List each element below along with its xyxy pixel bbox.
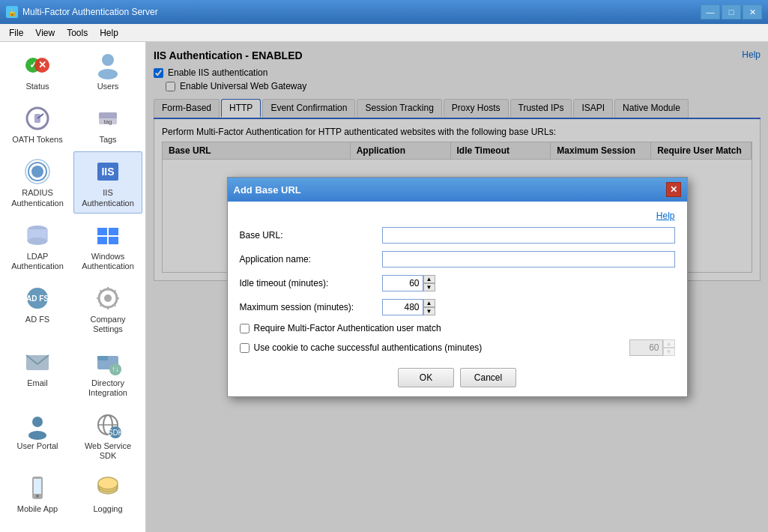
sidebar-item-email-label: Email [27, 378, 48, 388]
sidebar-item-company-settings[interactable]: Company Settings [73, 278, 142, 339]
minimize-button[interactable]: — [701, 4, 720, 19]
sidebar-item-oath-tokens[interactable]: OATH Tokens [3, 98, 72, 150]
max-session-input[interactable] [382, 299, 423, 315]
svg-rect-41 [34, 479, 41, 494]
sidebar-item-web-service-sdk[interactable]: SDK Web Service SDK [73, 405, 142, 466]
svg-text:✕: ✕ [38, 59, 46, 70]
sidebar-item-adfs[interactable]: AD FS AD FS [3, 278, 72, 339]
svg-text:↑↓: ↑↓ [112, 365, 119, 373]
svg-point-4 [102, 54, 114, 66]
sidebar-item-adfs-label: AD FS [25, 315, 49, 324]
dialog-buttons: OK Cancel [240, 368, 675, 387]
svg-point-27 [104, 294, 112, 302]
sidebar: ✓ ✕ Status Users [0, 42, 146, 532]
sidebar-item-iis-label: IIS Authentication [77, 188, 139, 208]
iis-icon: IIS [93, 157, 123, 187]
idle-timeout-label: Idle timeout (minutes): [240, 278, 382, 288]
sidebar-item-email[interactable]: Email [3, 342, 72, 403]
sidebar-item-windows-auth[interactable]: Windows Authentication [73, 215, 142, 276]
max-session-down[interactable]: ▼ [423, 307, 435, 315]
svg-point-19 [28, 238, 47, 245]
svg-rect-23 [109, 237, 118, 244]
max-session-up[interactable]: ▲ [423, 299, 435, 307]
sidebar-item-windows-label: Windows Authentication [77, 252, 139, 271]
svg-rect-22 [97, 237, 107, 244]
app-name-label: Application name: [240, 254, 382, 265]
svg-rect-20 [97, 228, 107, 235]
sidebar-item-radius-label: RADIUS Authentication [7, 188, 68, 208]
maximize-button[interactable]: □ [722, 4, 741, 19]
webservice-icon: SDK [93, 410, 123, 440]
sidebar-item-status-label: Status [25, 82, 49, 91]
svg-point-34 [28, 431, 46, 440]
content-area: IIS Authentication - ENABLED Help Enable… [146, 42, 768, 532]
svg-point-33 [32, 417, 43, 427]
svg-rect-30 [97, 356, 108, 360]
logging-icon [93, 473, 123, 503]
idle-timeout-input[interactable] [382, 275, 423, 291]
menu-file[interactable]: File [3, 26, 29, 40]
menu-tools[interactable]: Tools [61, 26, 94, 40]
title-bar: 🔒 Multi-Factor Authentication Server — □… [0, 0, 768, 24]
idle-timeout-row: Idle timeout (minutes): ▲ ▼ [240, 275, 675, 291]
windows-icon [93, 220, 123, 250]
cancel-button[interactable]: Cancel [460, 368, 516, 387]
idle-timeout-spinner: ▲ ▼ [382, 275, 435, 291]
sidebar-item-mobile-label: Mobile App [17, 504, 58, 514]
sidebar-item-users-label: Users [97, 82, 119, 91]
dialog-close-button[interactable]: ✕ [666, 182, 681, 197]
sidebar-item-ldap-auth[interactable]: LDAP Authentication [3, 215, 72, 276]
svg-text:tag: tag [103, 118, 112, 125]
sidebar-item-user-portal[interactable]: User Portal [3, 405, 72, 466]
base-url-input[interactable] [382, 227, 675, 244]
require-mfa-row: Require Multi-Factor Authentication user… [240, 323, 675, 333]
svg-rect-10 [99, 112, 117, 118]
svg-point-42 [36, 495, 39, 498]
sidebar-item-webservice-label: Web Service SDK [77, 441, 139, 461]
directory-icon: ↑↓ [93, 347, 123, 377]
use-cookie-label: Use cookie to cache successful authentic… [254, 342, 483, 353]
menu-bar: File View Tools Help [0, 24, 768, 42]
dialog-titlebar: Add Base URL ✕ [228, 178, 687, 202]
email-icon [22, 347, 52, 377]
menu-help[interactable]: Help [94, 26, 124, 40]
add-base-url-dialog: Add Base URL ✕ Help Base URL: Appl [227, 177, 688, 397]
dialog-body: Help Base URL: Application name: Idl [228, 202, 687, 396]
use-cookie-checkbox[interactable] [240, 343, 250, 353]
max-session-spinner: ▲ ▼ [382, 299, 435, 315]
app-name-input[interactable] [382, 251, 675, 267]
sidebar-item-company-label: Company Settings [77, 315, 139, 334]
sidebar-item-logging[interactable]: Logging [73, 468, 142, 519]
cookie-minutes-down: ▼ [663, 348, 675, 356]
menu-view[interactable]: View [29, 26, 61, 40]
cookie-minutes-input [629, 339, 663, 356]
max-session-row: Maximum session (minutes): ▲ ▼ [240, 299, 675, 315]
require-mfa-checkbox[interactable] [240, 324, 250, 333]
radius-icon [22, 157, 52, 187]
sidebar-item-users[interactable]: Users [73, 45, 142, 97]
sidebar-item-status[interactable]: ✓ ✕ Status [3, 45, 72, 97]
ok-button[interactable]: OK [398, 368, 454, 387]
dialog-help-link[interactable]: Help [656, 211, 675, 221]
users-icon [93, 50, 123, 80]
sidebar-item-radius-auth[interactable]: RADIUS Authentication [3, 151, 72, 213]
sidebar-item-iis-auth[interactable]: IIS IIS Authentication [73, 151, 142, 213]
sidebar-item-mobile-app[interactable]: Mobile App [3, 468, 72, 519]
base-url-row: Base URL: [240, 227, 675, 244]
sidebar-item-directory-integration[interactable]: ↑↓ Directory Integration [73, 342, 142, 403]
company-icon [93, 283, 123, 313]
base-url-label: Base URL: [240, 230, 382, 241]
idle-timeout-up[interactable]: ▲ [423, 275, 435, 283]
dialog-title: Add Base URL [234, 184, 301, 196]
ldap-icon [22, 220, 52, 250]
sidebar-item-directory-label: Directory Integration [77, 378, 139, 398]
close-button[interactable]: ✕ [743, 4, 762, 19]
sidebar-item-logging-label: Logging [93, 504, 122, 514]
status-icon: ✓ ✕ [22, 50, 52, 80]
svg-point-13 [31, 166, 43, 178]
sidebar-item-portal-label: User Portal [16, 441, 58, 451]
idle-timeout-down[interactable]: ▼ [423, 283, 435, 291]
sidebar-item-tags[interactable]: tag Tags [73, 98, 142, 150]
svg-text:IIS: IIS [101, 166, 114, 178]
oath-icon [22, 103, 52, 133]
